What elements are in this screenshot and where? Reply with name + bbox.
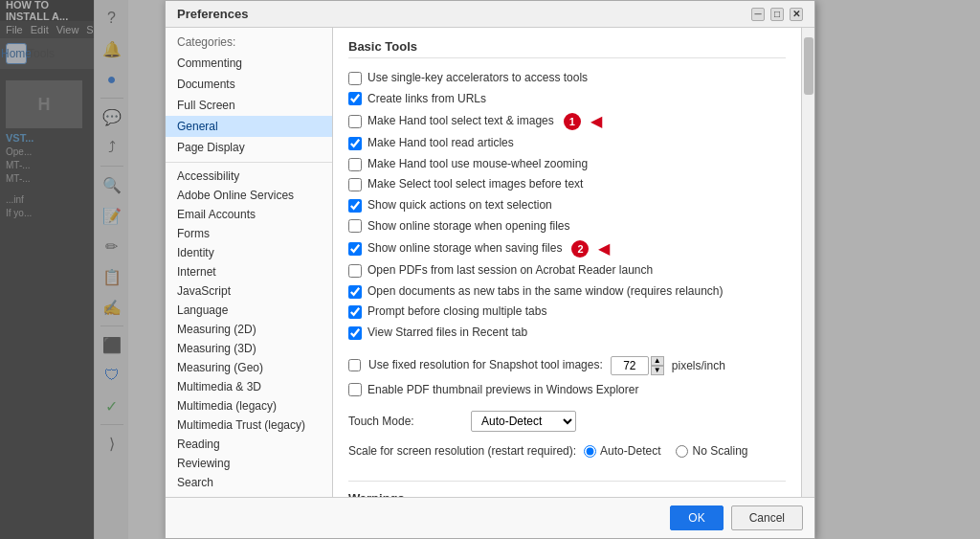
preferences-dialog-backdrop: Preferences ─ □ ✕ Categories: Commenting… <box>94 0 980 539</box>
checkbox-singlekey[interactable] <box>348 72 362 85</box>
label-lastsession: Open PDFs from last session on Acrobat R… <box>368 263 653 279</box>
radio-auto-detect: Auto-Detect <box>584 444 660 458</box>
checkbox-row-mousewheel: Make Hand tool use mouse-wheel zooming <box>348 154 786 175</box>
checkbox-row-selectimages: Make Select tool select images before te… <box>348 174 786 195</box>
spinner-down[interactable]: ▼ <box>651 366 664 375</box>
cat-reviewing[interactable]: Reviewing <box>166 454 332 473</box>
checkbox-row-storagesaving: Show online storage when saving files 2 … <box>348 236 786 260</box>
checkbox-row-lastsession: Open PDFs from last session on Acrobat R… <box>348 260 786 281</box>
checkbox-handselect[interactable] <box>348 115 362 128</box>
scroll-thumb <box>804 37 813 95</box>
checkbox-lastsession[interactable] <box>348 264 362 278</box>
radio-label-auto: Auto-Detect <box>600 444 660 458</box>
label-selectimages: Make Select tool select images before te… <box>368 177 583 192</box>
spinner-up[interactable]: ▲ <box>651 356 664 366</box>
cat-measuring-geo[interactable]: Measuring (Geo) <box>166 358 332 377</box>
label-singlekey: Use single-key accelerators to access to… <box>368 71 588 86</box>
cat-general[interactable]: General <box>166 116 332 137</box>
checkbox-snapshot[interactable] <box>348 359 361 371</box>
categories-label: Categories: <box>166 28 332 53</box>
label-storageopening: Show online storage when opening files <box>368 219 569 235</box>
cat-fullscreen[interactable]: Full Screen <box>166 95 332 116</box>
checkbox-row-singlekey: Use single-key accelerators to access to… <box>348 68 786 89</box>
checkbox-mousewheel[interactable] <box>348 158 362 171</box>
warnings-section: Warnings Do not show edit warnings Reset… <box>348 481 786 497</box>
spinner-buttons: ▲ ▼ <box>651 356 664 375</box>
dialog-overlay: Preferences ─ □ ✕ Categories: Commenting… <box>94 0 980 539</box>
label-newtabs: Open documents as new tabs in the same w… <box>368 284 724 300</box>
cat-pagedisplay[interactable]: Page Display <box>166 137 332 158</box>
checkbox-row-handselect: Make Hand tool select text & images 1 ◀ <box>348 109 786 133</box>
cancel-button[interactable]: Cancel <box>731 505 803 530</box>
minimize-button[interactable]: ─ <box>751 8 765 21</box>
checkbox-readarticles[interactable] <box>348 137 362 150</box>
pixels-label: pixels/inch <box>672 359 725 372</box>
checkbox-row-thumbnail: Enable PDF thumbnail previews in Windows… <box>348 380 786 401</box>
close-button[interactable]: ✕ <box>790 8 803 21</box>
acrobat-container: Preferences ─ □ ✕ Categories: Commenting… <box>94 0 980 539</box>
cat-commenting[interactable]: Commenting <box>166 53 332 74</box>
dialog-body: Categories: Commenting Documents Full Sc… <box>166 28 814 497</box>
cat-forms[interactable]: Forms <box>166 224 332 243</box>
maximize-button[interactable]: □ <box>770 8 784 21</box>
cat-search[interactable]: Search <box>166 473 332 492</box>
label-starred: View Starred files in Recent tab <box>368 326 527 341</box>
titlebar-controls: ─ □ ✕ <box>751 8 803 21</box>
dialog-title: Preferences <box>177 7 248 21</box>
checkbox-newtabs[interactable] <box>348 285 362 299</box>
cat-javascript[interactable]: JavaScript <box>166 281 332 301</box>
cat-divider <box>166 162 332 163</box>
settings-panel: Basic Tools Use single-key accelerators … <box>333 28 801 497</box>
label-readarticles: Make Hand tool read articles <box>368 136 514 151</box>
cat-multimedia-legacy[interactable]: Multimedia (legacy) <box>166 396 332 415</box>
checkbox-row-storageopening: Show online storage when opening files <box>348 216 786 237</box>
label-snapshot: Use fixed resolution for Snapshot tool i… <box>368 358 603 373</box>
cat-documents[interactable]: Documents <box>166 74 332 95</box>
checkbox-starred[interactable] <box>348 326 362 340</box>
cat-measuring-3d[interactable]: Measuring (3D) <box>166 339 332 358</box>
categories-panel: Categories: Commenting Documents Full Sc… <box>166 28 333 497</box>
annotation-badge-1: 1 <box>564 113 581 130</box>
ok-button[interactable]: OK <box>670 505 723 530</box>
radio-input-auto[interactable] <box>584 445 596 458</box>
cat-reading[interactable]: Reading <box>166 435 332 454</box>
cat-accessibility[interactable]: Accessibility <box>166 167 332 186</box>
label-handselect: Make Hand tool select text & images <box>368 114 554 129</box>
radio-input-noscaling[interactable] <box>676 445 688 458</box>
spinner-group: ▲ ▼ <box>611 356 664 375</box>
cat-identity[interactable]: Identity <box>166 243 332 262</box>
radio-no-scaling: No Scaling <box>676 444 747 458</box>
cat-email-accounts[interactable]: Email Accounts <box>166 205 332 224</box>
label-createlinks: Create links from URLs <box>368 92 486 107</box>
checkbox-row-quickactions: Show quick actions on text selection <box>348 195 786 216</box>
annotation-badge-2: 2 <box>571 240 589 258</box>
checkbox-selectimages[interactable] <box>348 178 362 191</box>
cat-multimedia-3d[interactable]: Multimedia & 3D <box>166 377 332 396</box>
checkbox-quickactions[interactable] <box>348 199 362 213</box>
checkbox-createlinks[interactable] <box>348 92 362 105</box>
radio-group-scale: Auto-Detect No Scaling <box>584 441 747 460</box>
cat-measuring-2d[interactable]: Measuring (2D) <box>166 320 332 339</box>
snapshot-value-input[interactable] <box>611 356 649 375</box>
checkbox-row-readarticles: Make Hand tool read articles <box>348 133 786 154</box>
touch-mode-dropdown[interactable]: Auto-Detect Always Never <box>471 411 576 432</box>
checkbox-row-newtabs: Open documents as new tabs in the same w… <box>348 281 786 303</box>
cat-language[interactable]: Language <box>166 301 332 320</box>
settings-scrollbar[interactable] <box>801 28 814 497</box>
checkbox-storageopening[interactable] <box>348 219 362 233</box>
touch-mode-label: Touch Mode: <box>348 415 463 428</box>
dialog-header: Preferences ─ □ ✕ <box>166 1 814 28</box>
label-quickactions: Show quick actions on text selection <box>368 198 552 213</box>
label-mousewheel: Make Hand tool use mouse-wheel zooming <box>368 157 588 172</box>
cat-internet[interactable]: Internet <box>166 262 332 281</box>
label-promptclosing: Prompt before closing multiple tabs <box>368 304 546 320</box>
cat-multimedia-trust[interactable]: Multimedia Trust (legacy) <box>166 415 332 435</box>
cat-adobe-online[interactable]: Adobe Online Services <box>166 186 332 205</box>
label-storagesaving: Show online storage when saving files <box>368 241 562 257</box>
checkbox-row-starred: View Starred files in Recent tab <box>348 323 786 344</box>
label-thumbnail: Enable PDF thumbnail previews in Windows… <box>368 383 638 398</box>
checkbox-storagesaving[interactable] <box>348 242 362 256</box>
checkbox-promptclosing[interactable] <box>348 305 362 319</box>
checkbox-thumbnail[interactable] <box>348 383 362 396</box>
dialog-footer: OK Cancel <box>166 497 814 538</box>
